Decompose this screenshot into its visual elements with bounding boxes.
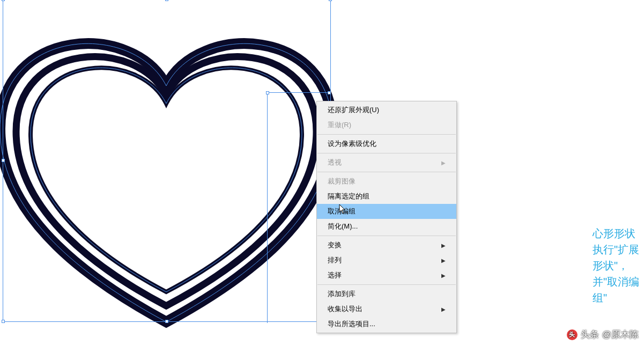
selection-handle[interactable] (2, 0, 5, 1)
menu-label: 收集以导出 (328, 304, 362, 314)
menu-separator (317, 236, 456, 236)
menu-crop-image: 裁剪图像 (317, 174, 456, 189)
watermark: 头 头条 @原木陈 (567, 328, 639, 341)
menu-separator (317, 134, 456, 135)
menu-select[interactable]: 选择 ▶ (317, 268, 456, 283)
menu-label: 重做(R) (328, 120, 351, 130)
canvas-area[interactable] (0, 0, 349, 333)
chevron-right-icon: ▶ (441, 306, 446, 312)
menu-perspective: 透视 ▶ (317, 155, 456, 170)
menu-separator (317, 172, 456, 172)
menu-separator (317, 284, 456, 285)
selection-handle[interactable] (165, 320, 168, 323)
menu-label: 导出所选项目... (328, 319, 375, 329)
watermark-logo-icon: 头 (567, 329, 578, 340)
chevron-right-icon: ▶ (441, 258, 446, 263)
menu-label: 隔离选定的组 (328, 192, 369, 201)
chevron-right-icon: ▶ (441, 273, 446, 278)
menu-label: 变换 (328, 240, 342, 250)
chevron-right-icon: ▶ (441, 160, 446, 166)
menu-redo: 重做(R) (317, 118, 456, 133)
chevron-right-icon: ▶ (441, 243, 446, 248)
menu-undo-expand-appearance[interactable]: 还原扩展外观(U) (317, 102, 456, 118)
menu-label: 简化(M)... (328, 222, 358, 231)
selection-handle[interactable] (328, 91, 331, 94)
menu-label: 排列 (328, 255, 342, 265)
menu-label: 还原扩展外观(U) (328, 105, 379, 115)
menu-isolate-selected-group[interactable]: 隔离选定的组 (317, 189, 456, 204)
menu-label: 添加到库 (328, 289, 356, 299)
menu-collect-for-export[interactable]: 收集以导出 ▶ (317, 302, 456, 317)
menu-add-to-library[interactable]: 添加到库 (317, 287, 456, 302)
selection-handle[interactable] (329, 0, 332, 1)
watermark-author: @原木陈 (602, 328, 639, 341)
selection-handle[interactable] (165, 0, 168, 1)
menu-label: 裁剪图像 (328, 177, 356, 186)
menu-simplify[interactable]: 简化(M)... (317, 219, 456, 234)
menu-label: 设为像素级优化 (328, 139, 376, 149)
context-menu: 还原扩展外观(U) 重做(R) 设为像素级优化 透视 ▶ 裁剪图像 隔离选定的组… (316, 101, 457, 333)
selection-handle[interactable] (2, 320, 5, 323)
selection-handle[interactable] (266, 91, 269, 94)
menu-label: 透视 (328, 158, 342, 167)
menu-separator (317, 153, 456, 153)
watermark-prefix: 头条 (581, 328, 599, 341)
menu-export-selection[interactable]: 导出所选项目... (317, 317, 456, 332)
menu-label: 选择 (328, 270, 342, 280)
menu-arrange[interactable]: 排列 ▶ (317, 253, 456, 268)
annotation-text: 心形形状执行"扩展形状"，并"取消编组" (593, 225, 643, 306)
menu-ungroup[interactable]: 取消编组 (317, 204, 456, 219)
menu-make-pixel-perfect[interactable]: 设为像素级优化 (317, 136, 456, 151)
selection-handle[interactable] (2, 159, 5, 162)
menu-transform[interactable]: 变换 ▶ (317, 238, 456, 253)
menu-label: 取消编组 (328, 207, 356, 216)
